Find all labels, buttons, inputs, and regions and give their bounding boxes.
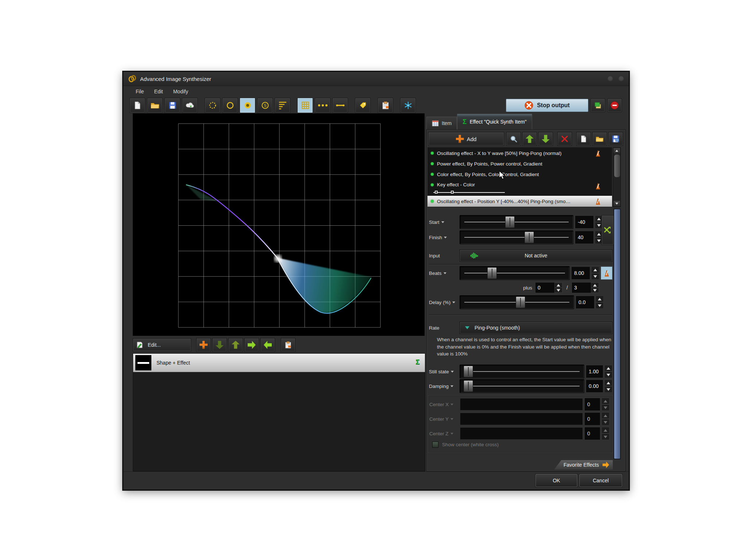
ellipsis-button[interactable] <box>315 98 330 113</box>
clipboard-button[interactable] <box>378 98 393 113</box>
center-x-field[interactable] <box>460 398 583 411</box>
tab-effect[interactable]: Σ Effect "Quick Synth Item" <box>457 114 532 129</box>
save-button[interactable] <box>165 98 180 113</box>
spin-down-button[interactable] <box>604 372 612 378</box>
spin-up-button[interactable] <box>601 412 609 419</box>
effect-row[interactable]: Key effect - Color <box>427 180 612 195</box>
delay-slider[interactable] <box>460 295 574 309</box>
still-state-spinner[interactable] <box>604 365 612 378</box>
paste-shape-button[interactable] <box>281 338 295 352</box>
slider-thumb[interactable] <box>487 267 497 279</box>
spin-down-button[interactable] <box>601 404 609 411</box>
new-effect-file-button[interactable] <box>576 132 591 146</box>
slider-thumb[interactable] <box>525 232 534 243</box>
scroll-down-button[interactable] <box>614 201 620 206</box>
search-effect-button[interactable] <box>506 132 521 146</box>
beats-slider[interactable] <box>460 266 570 280</box>
beat-sync-button[interactable] <box>601 267 612 280</box>
range-handle[interactable] <box>435 191 438 194</box>
new-document-button[interactable] <box>129 98 145 113</box>
damping-label[interactable]: Damping <box>429 384 460 389</box>
spin-up-button[interactable] <box>604 365 612 372</box>
panel-scrollbar-thumb[interactable] <box>614 209 620 459</box>
scrollbar-thumb[interactable] <box>614 154 620 178</box>
cancel-button[interactable]: Cancel <box>579 474 622 487</box>
plus-value-box[interactable]: 0 <box>535 282 563 293</box>
effect-row[interactable]: Color effect, By Points, Color Control, … <box>427 169 612 179</box>
move-effect-up-button[interactable] <box>522 132 537 146</box>
menu-edit[interactable]: Edit <box>154 89 163 94</box>
effect-row-selected[interactable]: Oscillating effect - Position Y [-40%...… <box>427 196 612 207</box>
slider-thumb[interactable] <box>464 366 473 377</box>
minimize-button[interactable] <box>608 76 613 81</box>
slider-thumb[interactable] <box>464 380 473 392</box>
spin-up-button[interactable] <box>591 283 599 288</box>
open-effect-file-button[interactable] <box>592 132 607 146</box>
slider-thumb[interactable] <box>516 296 525 308</box>
effect-row[interactable]: Power effect, By Points, Power control, … <box>427 159 612 169</box>
key-effect-range-slider[interactable] <box>433 191 505 194</box>
damping-value[interactable]: 0.00 <box>586 380 603 393</box>
move-shape-right-button[interactable] <box>244 338 259 352</box>
title-bar[interactable]: Advanced Image Synthesizer <box>123 72 629 86</box>
center-x-spinner[interactable] <box>601 398 609 411</box>
damping-spinner[interactable] <box>604 380 612 393</box>
plus-spinner[interactable] <box>554 283 562 293</box>
center-z-value[interactable]: 0 <box>584 427 600 440</box>
spin-down-button[interactable] <box>604 386 612 393</box>
divisor-value-box[interactable]: 3 <box>572 282 599 293</box>
effect-row[interactable]: Oscillating effect - X to Y wave [50%] P… <box>427 148 612 158</box>
show-center-checkbox[interactable] <box>432 442 438 448</box>
s-shape-button[interactable]: S <box>257 98 273 113</box>
move-effect-down-button[interactable] <box>538 132 553 146</box>
filled-circle-button[interactable] <box>240 98 255 113</box>
delay-spinner[interactable] <box>596 296 604 309</box>
swap-start-finish-button[interactable] <box>601 215 614 245</box>
spin-up-button[interactable] <box>601 427 609 433</box>
wave-lines-button[interactable] <box>275 98 290 113</box>
move-shape-down-button[interactable] <box>212 338 227 352</box>
spin-up-button[interactable] <box>604 380 612 386</box>
divisor-spinner[interactable] <box>591 283 599 293</box>
beats-label[interactable]: Beats <box>429 271 460 276</box>
circle-outline-button[interactable] <box>222 98 238 113</box>
save-effect-file-button[interactable] <box>608 132 623 146</box>
blackout-button[interactable] <box>607 98 622 112</box>
tab-item[interactable]: Item <box>426 117 457 129</box>
add-shape-button[interactable] <box>196 338 211 352</box>
edit-shape-button[interactable]: Edit... <box>133 338 191 351</box>
delete-effect-button[interactable] <box>557 132 572 146</box>
menu-modify[interactable]: Modify <box>173 89 188 94</box>
beats-spinner[interactable] <box>591 267 599 280</box>
move-shape-left-button[interactable] <box>260 338 275 352</box>
spin-down-button[interactable] <box>591 288 599 293</box>
still-state-slider[interactable] <box>460 365 584 378</box>
center-y-spinner[interactable] <box>601 412 609 425</box>
delay-value[interactable]: 0.0 <box>576 296 595 309</box>
start-slider[interactable] <box>460 215 573 229</box>
center-z-spinner[interactable] <box>601 427 609 440</box>
favorite-effects-button[interactable]: Favorite Effects <box>554 460 613 470</box>
still-state-value[interactable]: 1.00 <box>586 365 603 378</box>
start-label[interactable]: Start <box>429 219 460 225</box>
spin-down-button[interactable] <box>596 302 604 309</box>
finish-slider[interactable] <box>460 230 573 244</box>
stop-output-button[interactable]: Stop output <box>506 99 588 112</box>
center-y-field[interactable] <box>460 413 583 425</box>
cloud-button[interactable] <box>182 98 198 113</box>
shape-list-item-selected[interactable]: Shape + Effect Σ <box>133 354 425 372</box>
slider-thumb[interactable] <box>505 216 515 228</box>
spin-up-button[interactable] <box>591 267 599 273</box>
spin-up-button[interactable] <box>596 296 604 302</box>
spin-down-button[interactable] <box>591 273 599 280</box>
beats-value[interactable]: 8.00 <box>571 267 590 280</box>
input-not-active-button[interactable]: Not active <box>460 249 612 262</box>
start-value[interactable]: -40 <box>575 215 594 229</box>
tag-button[interactable] <box>355 98 371 113</box>
spin-down-button[interactable] <box>601 419 609 425</box>
center-z-field[interactable] <box>460 427 583 440</box>
point-mode-button[interactable] <box>205 98 220 113</box>
move-shape-up-button[interactable] <box>228 338 243 352</box>
ok-button[interactable]: OK <box>535 474 577 487</box>
center-x-value[interactable]: 0 <box>584 398 600 411</box>
